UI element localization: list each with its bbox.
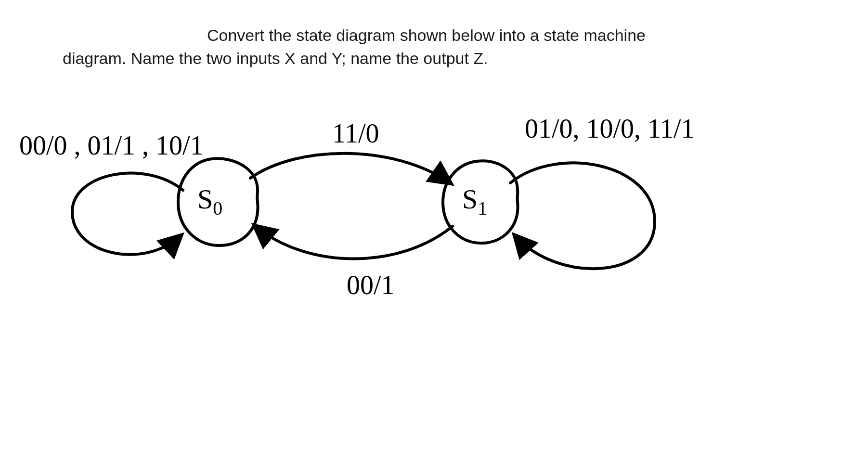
- label-s1-to-s0: 00/1: [347, 270, 395, 300]
- edge-s0-selfloop: [72, 173, 183, 255]
- state-s0-sub: 0: [213, 197, 222, 219]
- state-s1-letter: S: [462, 183, 478, 215]
- edge-s1-selfloop: [510, 163, 655, 269]
- state-s0-label: S0: [197, 183, 222, 220]
- label-s0-to-s1: 11/0: [332, 118, 379, 149]
- edge-s1-to-s0: [255, 226, 453, 259]
- state-s1-sub: 1: [478, 197, 487, 219]
- state-s1-label: S1: [462, 183, 487, 220]
- edge-s0-to-s1: [250, 154, 450, 183]
- label-s1-selfloop: 01/0, 10/0, 11/1: [525, 113, 695, 144]
- state-diagram: [0, 0, 868, 452]
- label-s0-selfloop: 00/0 , 01/1 , 10/1: [19, 130, 204, 161]
- state-s0-letter: S: [197, 183, 213, 215]
